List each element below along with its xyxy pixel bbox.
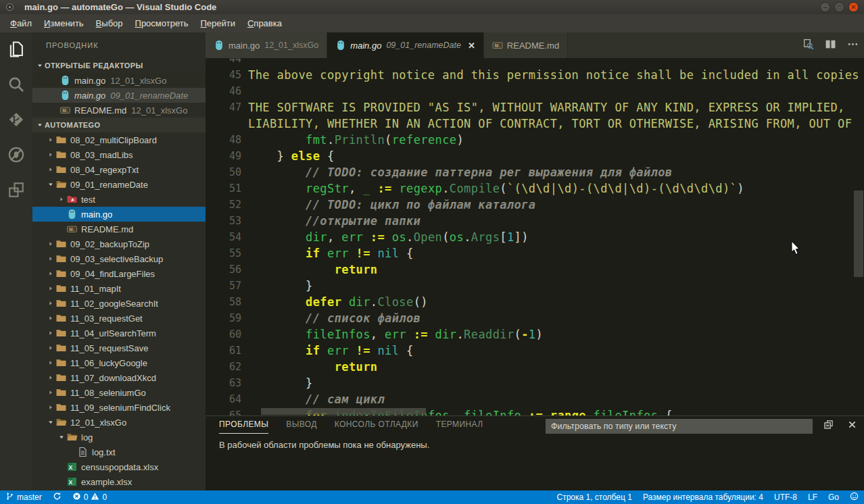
tree-item-label: log.txt (92, 447, 116, 457)
menu-item-справка[interactable]: Справка (241, 16, 288, 31)
minimize-button[interactable]: – (820, 2, 830, 12)
horizontal-scrollbar[interactable] (261, 408, 426, 415)
section-header-automatego[interactable]: AUTOMATEGO (32, 118, 206, 132)
menu-item-изменить[interactable]: Изменить (38, 16, 90, 31)
tree-item-example.xlsx[interactable]: Xexample.xlsx (32, 474, 206, 489)
line-number: 58 (206, 296, 248, 308)
tree-item-README.md[interactable]: M↓README.md (32, 222, 206, 236)
chevron-right-icon (46, 374, 55, 381)
tree-item-11_04_urlSearchTerm[interactable]: 11_04_urlSearchTerm (32, 326, 206, 341)
tree-item-11_01_mapIt[interactable]: 11_01_mapIt (32, 281, 206, 296)
tree-item-11_06_luckyGoogle[interactable]: 11_06_luckyGoogle (32, 355, 206, 370)
svg-text:M↓: M↓ (494, 43, 500, 48)
code-editor[interactable]: 4445The above copyright notice and this … (206, 58, 864, 415)
line-number: 63 (206, 377, 248, 389)
tree-item-11_03_requestGet[interactable]: 11_03_requestGet (32, 311, 206, 326)
status-label: 0 (102, 493, 107, 502)
status-item-LF[interactable]: LF (802, 490, 823, 504)
tree-item-08_04_regexpTxt[interactable]: 08_04_regexpTxt (32, 162, 206, 177)
problems-filter-input[interactable] (546, 419, 813, 434)
tree-item-08_02_multiClipBoard[interactable]: 08_02_multiClipBoard (32, 132, 206, 147)
status-item-0[interactable]: 00 (67, 490, 112, 504)
excel-file-icon: X (66, 461, 78, 472)
menu-item-выбор[interactable]: Выбор (90, 16, 129, 31)
editor-tab-main.go[interactable]: main.go12_01_xlsxGo (206, 32, 327, 58)
tree-item-08_03_madLibs[interactable]: 08_03_madLibs (32, 147, 206, 162)
tree-item-main.go[interactable]: main.go (32, 207, 206, 222)
open-editor-item[interactable]: main.go09_01_renameDate (32, 88, 206, 103)
close-icon[interactable] (847, 420, 857, 432)
status-label: Размер интервала табуляции: 4 (643, 493, 763, 502)
tree-item-09_04_findLargeFiles[interactable]: 09_04_findLargeFiles (32, 266, 206, 281)
editor-tab-README.md[interactable]: M↓README.md (484, 32, 568, 58)
panel-tab-терминал[interactable]: ТЕРМИНАЛ (436, 420, 483, 434)
tab-close-icon[interactable]: ✕ (468, 41, 475, 51)
tree-item-censuspopdata.xlsx[interactable]: Xcensuspopdata.xlsx (32, 459, 206, 474)
tree-item-12_01_xlsxGo[interactable]: 12_01_xlsxGo (32, 415, 206, 430)
code-text: // сам цикл (248, 393, 385, 406)
status-right: Строка 1, столбец 1Размер интервала табу… (551, 490, 864, 504)
status-item-Строка 1, столбец 1[interactable]: Строка 1, столбец 1 (551, 490, 637, 504)
menu-item-перейти[interactable]: Перейти (194, 16, 241, 31)
menu-item-файл[interactable]: Файл (4, 16, 38, 31)
editor-tab-main.go[interactable]: main.go09_01_renameDate✕ (327, 32, 484, 58)
code-line: 54 dir, err := os.Open(os.Args[1]) (206, 229, 864, 245)
close-button[interactable]: ✕ (848, 2, 859, 12)
section-label: ОТКРЫТЫЕ РЕДАКТОРЫ (45, 61, 143, 70)
tree-item-label: 11_06_luckyGoogle (70, 358, 147, 368)
status-item-feedback-smiley-icon[interactable] (844, 490, 864, 504)
tree-item-11_02_googleSearchIt[interactable]: 11_02_googleSearchIt (32, 296, 206, 311)
feedback-smiley-icon (850, 492, 859, 503)
source-control-icon[interactable] (7, 111, 25, 128)
section-header-открытые редакторы[interactable]: ОТКРЫТЫЕ РЕДАКТОРЫ (32, 58, 206, 73)
tree-item-09_03_selectiveBackup[interactable]: 09_03_selectiveBackup (32, 251, 206, 266)
split-editor-icon[interactable] (825, 39, 836, 53)
chevron-right-icon (46, 330, 55, 336)
chevron-down-icon (35, 122, 45, 128)
md-file-icon: M↓ (59, 105, 71, 116)
status-item-Go[interactable]: Go (823, 490, 844, 504)
status-item-sync-icon[interactable] (47, 490, 67, 504)
folder-icon (55, 283, 67, 294)
files-icon[interactable] (7, 41, 25, 58)
go-file-icon (335, 40, 346, 51)
tree-item-09_01_renameDate[interactable]: 09_01_renameDate (32, 177, 206, 192)
panel-tab-проблемы[interactable]: ПРОБЛЕМЫ (219, 420, 268, 434)
tree-item-log[interactable]: log (32, 430, 206, 445)
line-number: 45 (206, 69, 248, 81)
tree-item-test[interactable]: test (32, 192, 206, 207)
status-item-Размер интервала табуляции: 4[interactable]: Размер интервала табуляции: 4 (638, 490, 769, 504)
folder-icon (55, 387, 67, 398)
maximize-button[interactable]: □ (834, 2, 844, 12)
extensions-icon[interactable] (7, 181, 25, 199)
tree-item-label: log (81, 432, 93, 443)
panel-tab-консоль отладки[interactable]: КОНСОЛЬ ОТЛАДКИ (335, 420, 418, 434)
code-line: 61 if err != nil { (206, 343, 864, 359)
code-text: return (248, 360, 377, 374)
debug-icon[interactable] (7, 146, 25, 163)
tree-item-log.txt[interactable]: log.txt (32, 445, 206, 459)
chevron-right-icon (46, 404, 55, 411)
status-item-master[interactable]: master (0, 490, 47, 504)
vertical-scrollbar[interactable] (854, 191, 863, 277)
search-icon[interactable] (7, 76, 25, 93)
tree-item-11_08_seleniumGo[interactable]: 11_08_seleniumGo (32, 385, 206, 400)
tree-item-11_07_downloadXkcd[interactable]: 11_07_downloadXkcd (32, 370, 206, 385)
tree-item-11_09_seleniumFindClick[interactable]: 11_09_seleniumFindClick (32, 400, 206, 415)
open-editor-item[interactable]: main.go12_01_xlsxGo (32, 73, 206, 88)
panel-tab-вывод[interactable]: ВЫВОД (286, 420, 316, 434)
code-line: 48 fmt.Println(reference) (206, 132, 864, 148)
menu-item-просмотреть[interactable]: Просмотреть (129, 16, 195, 31)
status-item-UTF-8[interactable]: UTF-8 (769, 490, 802, 504)
tree-item-11_05_requestSave[interactable]: 11_05_requestSave (32, 341, 206, 355)
line-number: 50 (206, 166, 248, 178)
tree-item-09_02_backupToZip[interactable]: 09_02_backupToZip (32, 236, 206, 251)
folder-icon (55, 164, 67, 175)
maximize-panel-icon[interactable] (823, 420, 834, 432)
code-text: THE SOFTWARE IS PROVIDED "AS IS", WITHOU… (248, 101, 845, 114)
tree-item-label: 08_04_regexpTxt (70, 165, 139, 175)
more-actions-icon[interactable] (847, 39, 859, 53)
open-editor-item[interactable]: M↓README.md12_01_xlsxGo (32, 103, 206, 118)
open-preview-icon[interactable] (802, 39, 814, 53)
tree-item-label: 11_04_urlSearchTerm (70, 328, 156, 338)
